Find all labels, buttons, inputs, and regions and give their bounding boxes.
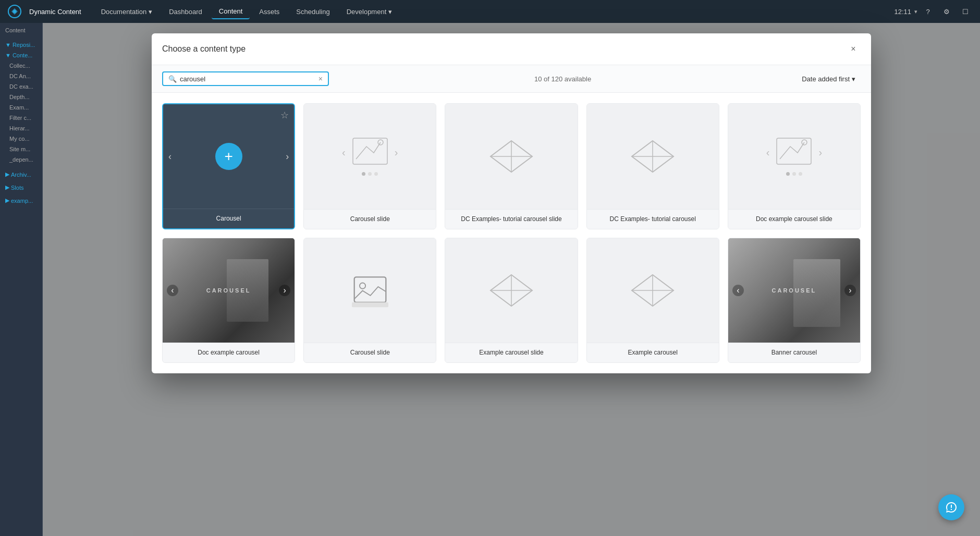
card-preview-dc-tutorial-carousel [587, 104, 719, 209]
card-preview-example-carousel-slide [445, 238, 577, 343]
card-preview-carousel-slide: ‹ › [304, 104, 436, 209]
carousel-arrow-right-icon: › [286, 151, 289, 162]
modal-overlay: Choose a content type × 🔍 × 10 of 120 av… [43, 23, 980, 536]
sidebar-collec[interactable]: Collec... [2, 60, 40, 71]
sidebar-conte-header[interactable]: ▼ Conte... [2, 50, 40, 60]
sidebar-archive[interactable]: ▶ Archiv... [2, 169, 40, 180]
card-label-carousel-slide-2: Carousel slide [304, 343, 436, 362]
banner-carousel-right-arrow[interactable]: › [844, 285, 856, 296]
sidebar-content-tab[interactable]: Content [2, 25, 40, 35]
card-label-doc-example-carousel-slide: Doc example carousel slide [728, 209, 860, 229]
carousel-right-arrow-icon: › [395, 147, 398, 159]
card-preview-carousel: Use Carousel ‹ › + ☆ [163, 104, 294, 209]
card-preview-dc-tutorial [445, 104, 577, 209]
photo-carousel-right-arrow[interactable]: › [279, 285, 290, 296]
sidebar-slots[interactable]: ▶ Slots [2, 182, 40, 193]
nav-documentation[interactable]: Documentation ▾ [94, 5, 160, 19]
content-card-carousel-slide[interactable]: ‹ › [303, 103, 436, 229]
sidebar-examp[interactable]: ▶ examp... [2, 195, 40, 206]
card-label-carousel: Carousel [163, 209, 294, 228]
sidebar-hierar[interactable]: Hierar... [2, 123, 40, 133]
content-area: Choose a content type × 🔍 × 10 of 120 av… [43, 23, 980, 536]
content-type-modal: Choose a content type × 🔍 × 10 of 120 av… [152, 33, 871, 373]
clock: 12:11 [894, 8, 911, 16]
top-navigation: Dynamic Content Documentation ▾ Dashboar… [0, 0, 980, 23]
search-icon: 🔍 [168, 75, 177, 83]
favorite-icon[interactable]: ☆ [280, 109, 289, 121]
sidebar-exam[interactable]: Exam... [2, 102, 40, 113]
nav-assets[interactable]: Assets [252, 5, 287, 19]
carousel-left-arrow-icon: ‹ [342, 147, 346, 159]
card-label-example-carousel: Example carousel [587, 343, 719, 362]
sidebar-repo-header[interactable]: ▼ Reposi... [2, 40, 40, 50]
sidebar-dc-exa[interactable]: DC exa... [2, 81, 40, 92]
account-icon[interactable]: ☐ [957, 3, 974, 20]
modal-close-button[interactable]: × [846, 42, 861, 56]
banner-carousel-left-arrow[interactable]: ‹ [732, 285, 744, 296]
available-count: 10 of 120 available [534, 75, 591, 83]
carousel-arrow-left-icon: ‹ [168, 151, 172, 162]
doc-right-arrow-icon: › [818, 147, 822, 159]
svg-rect-13 [352, 302, 388, 307]
help-icon[interactable]: ? [920, 3, 936, 20]
sort-label: Date added first [802, 75, 850, 83]
card-preview-example-carousel [587, 238, 719, 343]
sidebar-site-m[interactable]: Site m... [2, 144, 40, 154]
left-sidebar: Content ▼ Reposi... ▼ Conte... Collec...… [0, 23, 43, 536]
photo-carousel-left-arrow[interactable]: ‹ [167, 285, 178, 296]
content-card-doc-example-carousel-slide[interactable]: ‹ › [728, 103, 861, 229]
card-preview-carousel-slide-2 [304, 238, 436, 343]
sort-button[interactable]: Date added first ▾ [797, 72, 861, 86]
content-card-example-carousel-slide[interactable]: Example carousel slide [445, 238, 578, 363]
clear-search-button[interactable]: × [318, 75, 323, 83]
card-label-example-carousel-slide: Example carousel slide [445, 343, 577, 362]
settings-icon[interactable]: ⚙ [938, 3, 955, 20]
card-preview-doc-carousel: CAROUSEL ‹ › [163, 238, 295, 343]
content-card-example-carousel[interactable]: Example carousel [586, 238, 719, 363]
svg-rect-10 [354, 277, 386, 302]
nav-development[interactable]: Development ▾ [339, 5, 400, 19]
nav-scheduling[interactable]: Scheduling [289, 5, 337, 19]
sidebar-dc-an[interactable]: DC An... [2, 71, 40, 81]
svg-rect-9 [777, 138, 811, 164]
sidebar-my-co[interactable]: My co... [2, 133, 40, 144]
content-card-doc-example-carousel[interactable]: CAROUSEL ‹ › Doc example carousel [162, 238, 295, 363]
sidebar-depen[interactable]: _depen... [2, 154, 40, 165]
content-type-grid: Use Carousel ‹ › + ☆ Carousel [152, 93, 871, 373]
content-card-dc-tutorial-carousel-slide[interactable]: DC Examples- tutorial carousel slide [445, 103, 578, 229]
card-label-dc-tutorial: DC Examples- tutorial carousel slide [445, 209, 577, 229]
main-layout: Content ▼ Reposi... ▼ Conte... Collec...… [0, 23, 980, 536]
banner-carousel-text: CAROUSEL [772, 287, 817, 294]
app-logo [6, 3, 23, 20]
nav-dashboard[interactable]: Dashboard [162, 5, 210, 19]
card-label-banner-carousel: Banner carousel [728, 343, 860, 362]
card-label-carousel-slide: Carousel slide [304, 209, 436, 229]
svg-point-12 [360, 283, 365, 288]
modal-title: Choose a content type [162, 44, 246, 54]
content-card-dc-tutorial-carousel[interactable]: DC Examples- tutorial carousel [586, 103, 719, 229]
card-preview-doc-example: ‹ › [728, 104, 860, 209]
modal-toolbar: 🔍 × 10 of 120 available Date added first… [152, 65, 871, 93]
svg-point-1 [13, 10, 16, 13]
search-input[interactable] [180, 75, 315, 83]
nav-content[interactable]: Content [212, 4, 250, 19]
content-card-carousel[interactable]: Use Carousel ‹ › + ☆ Carousel [162, 103, 295, 229]
svg-rect-3 [353, 138, 387, 164]
chat-support-button[interactable] [938, 494, 964, 520]
modal-header: Choose a content type × [152, 33, 871, 65]
sort-arrow-icon: ▾ [852, 75, 855, 83]
content-card-carousel-slide-2[interactable]: Carousel slide [303, 238, 436, 363]
sidebar-depth[interactable]: Depth... [2, 92, 40, 102]
search-box: 🔍 × [162, 71, 329, 86]
content-card-banner-carousel[interactable]: CAROUSEL ‹ › Banner carousel [728, 238, 861, 363]
add-carousel-button[interactable]: + [215, 143, 242, 170]
card-preview-banner-carousel: CAROUSEL ‹ › [728, 238, 860, 343]
app-title: Dynamic Content [29, 8, 81, 16]
card-label-doc-example-carousel: Doc example carousel [163, 343, 295, 362]
photo-carousel-text: CAROUSEL [206, 287, 251, 294]
card-label-dc-tutorial-carousel: DC Examples- tutorial carousel [587, 209, 719, 229]
sidebar-filter[interactable]: Filter c... [2, 113, 40, 123]
doc-left-arrow-icon: ‹ [766, 147, 770, 159]
